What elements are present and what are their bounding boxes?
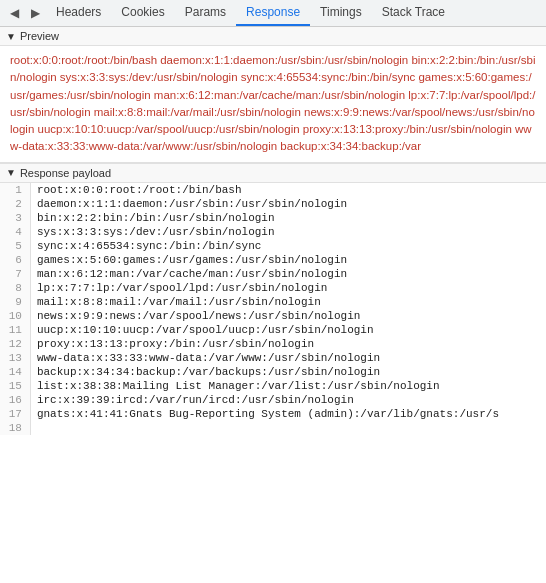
table-row: 18 <box>0 421 546 435</box>
tab-timings[interactable]: Timings <box>310 0 372 26</box>
table-row: 5sync:x:4:65534:sync:/bin:/bin/sync <box>0 239 546 253</box>
table-row: 2daemon:x:1:1:daemon:/usr/sbin:/usr/sbin… <box>0 197 546 211</box>
table-row: 8lp:x:7:7:lp:/var/spool/lpd:/usr/sbin/no… <box>0 281 546 295</box>
line-code: sys:x:3:3:sys:/dev:/usr/sbin/nologin <box>30 225 546 239</box>
line-number: 16 <box>0 393 30 407</box>
table-row: 14backup:x:34:34:backup:/var/backups:/us… <box>0 365 546 379</box>
line-code: www-data:x:33:33:www-data:/var/www:/usr/… <box>30 351 546 365</box>
line-number: 9 <box>0 295 30 309</box>
line-number: 14 <box>0 365 30 379</box>
payload-section: ▼ Response payload 1root:x:0:0:root:/roo… <box>0 163 546 435</box>
table-row: 17gnats:x:41:41:Gnats Bug-Reporting Syst… <box>0 407 546 421</box>
preview-toggle-icon: ▼ <box>6 31 16 42</box>
tab-params[interactable]: Params <box>175 0 236 26</box>
tab-stack-trace[interactable]: Stack Trace <box>372 0 455 26</box>
table-row: 13www-data:x:33:33:www-data:/var/www:/us… <box>0 351 546 365</box>
line-code: games:x:5:60:games:/usr/games:/usr/sbin/… <box>30 253 546 267</box>
line-code: uucp:x:10:10:uucp:/var/spool/uucp:/usr/s… <box>30 323 546 337</box>
table-row: 7man:x:6:12:man:/var/cache/man:/usr/sbin… <box>0 267 546 281</box>
line-code: news:x:9:9:news:/var/spool/news:/usr/sbi… <box>30 309 546 323</box>
line-code: sync:x:4:65534:sync:/bin:/bin/sync <box>30 239 546 253</box>
line-number: 13 <box>0 351 30 365</box>
forward-icon[interactable]: ▶ <box>25 2 46 24</box>
table-row: 9mail:x:8:8:mail:/var/mail:/usr/sbin/nol… <box>0 295 546 309</box>
line-code: man:x:6:12:man:/var/cache/man:/usr/sbin/… <box>30 267 546 281</box>
line-number: 3 <box>0 211 30 225</box>
line-number: 17 <box>0 407 30 421</box>
payload-section-header[interactable]: ▼ Response payload <box>0 164 546 183</box>
line-number: 10 <box>0 309 30 323</box>
table-row: 11uucp:x:10:10:uucp:/var/spool/uucp:/usr… <box>0 323 546 337</box>
line-code: proxy:x:13:13:proxy:/bin:/usr/sbin/nolog… <box>30 337 546 351</box>
line-code: daemon:x:1:1:daemon:/usr/sbin:/usr/sbin/… <box>30 197 546 211</box>
line-number: 2 <box>0 197 30 211</box>
table-row: 15list:x:38:38:Mailing List Manager:/var… <box>0 379 546 393</box>
tab-cookies[interactable]: Cookies <box>111 0 174 26</box>
table-row: 1root:x:0:0:root:/root:/bin/bash <box>0 183 546 197</box>
preview-content: root:x:0:0:root:/root:/bin/bash daemon:x… <box>0 46 546 163</box>
line-number: 15 <box>0 379 30 393</box>
preview-section-header[interactable]: ▼ Preview <box>0 27 546 46</box>
line-code: lp:x:7:7:lp:/var/spool/lpd:/usr/sbin/nol… <box>30 281 546 295</box>
line-code: gnats:x:41:41:Gnats Bug-Reporting System… <box>30 407 546 421</box>
table-row: 10news:x:9:9:news:/var/spool/news:/usr/s… <box>0 309 546 323</box>
table-row: 6games:x:5:60:games:/usr/games:/usr/sbin… <box>0 253 546 267</box>
preview-label: Preview <box>20 30 59 42</box>
back-icon[interactable]: ◀ <box>4 2 25 24</box>
line-code: root:x:0:0:root:/root:/bin/bash <box>30 183 546 197</box>
line-code: list:x:38:38:Mailing List Manager:/var/l… <box>30 379 546 393</box>
line-number: 1 <box>0 183 30 197</box>
table-row: 4sys:x:3:3:sys:/dev:/usr/sbin/nologin <box>0 225 546 239</box>
table-row: 3bin:x:2:2:bin:/bin:/usr/sbin/nologin <box>0 211 546 225</box>
line-number: 11 <box>0 323 30 337</box>
table-row: 12proxy:x:13:13:proxy:/bin:/usr/sbin/nol… <box>0 337 546 351</box>
line-code: mail:x:8:8:mail:/var/mail:/usr/sbin/nolo… <box>30 295 546 309</box>
line-number: 18 <box>0 421 30 435</box>
line-number: 8 <box>0 281 30 295</box>
line-number: 4 <box>0 225 30 239</box>
line-number: 7 <box>0 267 30 281</box>
line-number: 12 <box>0 337 30 351</box>
line-code: bin:x:2:2:bin:/bin:/usr/sbin/nologin <box>30 211 546 225</box>
tab-bar: ◀ ▶ Headers Cookies Params Response Timi… <box>0 0 546 27</box>
tab-headers[interactable]: Headers <box>46 0 111 26</box>
line-number: 5 <box>0 239 30 253</box>
payload-label: Response payload <box>20 167 111 179</box>
code-table: 1root:x:0:0:root:/root:/bin/bash2daemon:… <box>0 183 546 435</box>
line-number: 6 <box>0 253 30 267</box>
line-code: backup:x:34:34:backup:/var/backups:/usr/… <box>30 365 546 379</box>
payload-toggle-icon: ▼ <box>6 167 16 178</box>
tab-response[interactable]: Response <box>236 0 310 26</box>
line-code <box>30 421 546 435</box>
line-code: irc:x:39:39:ircd:/var/run/ircd:/usr/sbin… <box>30 393 546 407</box>
table-row: 16irc:x:39:39:ircd:/var/run/ircd:/usr/sb… <box>0 393 546 407</box>
